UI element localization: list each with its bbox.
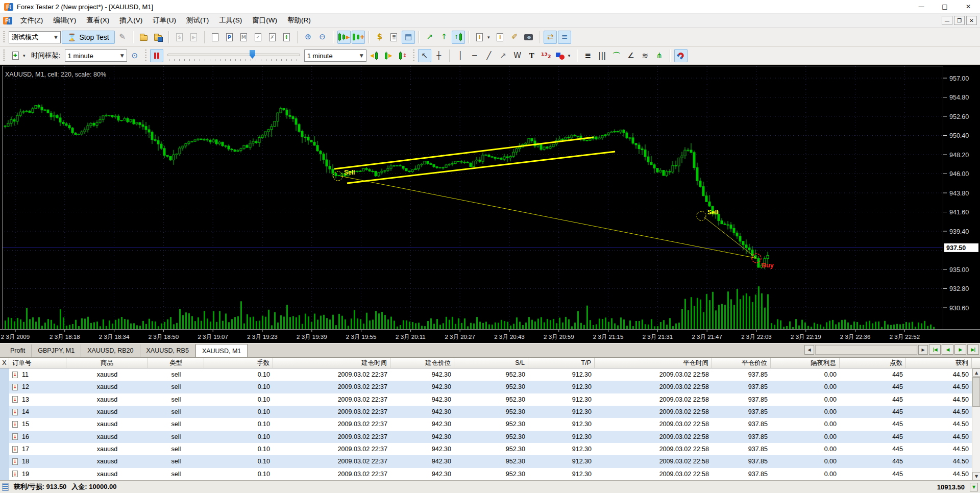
edit-test-icon[interactable]: ✎	[116, 31, 129, 44]
tab-gbpjpy-m1[interactable]: GBPJPY, M1	[32, 344, 81, 357]
menu-item-4[interactable]: 订单(U)	[148, 14, 181, 27]
add-history-icon[interactable]: ✚	[352, 31, 365, 44]
order-row-14[interactable]: ↓14xauusdsell0.102009.03.02 22:37942.309…	[0, 406, 980, 418]
order-row-16[interactable]: ↓16xauusdsell0.102009.03.02 22:37942.309…	[0, 431, 980, 443]
ray-tool-icon[interactable]: ↗	[497, 49, 510, 62]
menu-item-8[interactable]: 帮助(R)	[282, 14, 316, 27]
menu-item-1[interactable]: 编辑(Y)	[48, 14, 81, 27]
column-header-symbol[interactable]: 商品	[66, 358, 148, 368]
pitchfork-tool-icon[interactable]: ⋔	[653, 49, 666, 62]
pointer-tool-icon[interactable]: ↖	[418, 49, 431, 62]
column-header-points[interactable]: 点数	[840, 358, 906, 368]
timeframe-select[interactable]: 1 minute▼	[65, 50, 127, 62]
menu-item-2[interactable]: 查看(X)	[81, 14, 114, 27]
mdi-close-button[interactable]: ✕	[966, 16, 977, 25]
waves-tool-icon[interactable]: ≋	[639, 49, 652, 62]
scroll-down-button[interactable]: ▼	[972, 472, 980, 480]
toolbar-grip[interactable]	[3, 50, 5, 62]
deposit-money-icon[interactable]: $	[373, 31, 386, 44]
text-tool-icon[interactable]: T	[525, 49, 538, 62]
notes-list-icon[interactable]: i	[494, 31, 507, 44]
tab-profit[interactable]: Profit	[4, 344, 32, 357]
goto-first-button[interactable]: |◀	[929, 344, 941, 355]
chart-panel[interactable]: SellSellBuy957.00954.80952.60950.40948.2…	[0, 65, 980, 343]
slider-track[interactable]	[167, 54, 300, 56]
speed-select[interactable]: 1 minute▼	[304, 50, 366, 62]
market-orders-icon[interactable]: M	[237, 31, 251, 44]
column-header-swap[interactable]: 隔夜利息	[771, 358, 840, 368]
next-candle-icon[interactable]: ▶	[382, 49, 395, 62]
time-settings-icon[interactable]: ⊙	[128, 49, 141, 62]
goto-last-button[interactable]: ▶|	[967, 344, 979, 355]
column-header-type[interactable]: 类型	[148, 358, 204, 368]
tab-xauusd-m1[interactable]: XAUUSD, M1	[195, 344, 248, 357]
step-back-button[interactable]: ◀	[942, 344, 953, 355]
test-mode-select[interactable]: 测试模式▼	[9, 31, 61, 43]
column-header-open_price[interactable]: 建仓价位	[390, 358, 454, 368]
line-chart-icon[interactable]: ↗	[423, 31, 436, 44]
brush-icon[interactable]: ✐	[508, 31, 521, 44]
polyline-tool-icon[interactable]: W	[511, 49, 524, 62]
data-window-icon[interactable]: ▤	[402, 31, 415, 44]
new-document-icon[interactable]	[209, 31, 222, 44]
step-chart-icon[interactable]: ↑	[437, 31, 451, 44]
tab-scroll-right-button[interactable]: ▶	[918, 345, 928, 355]
candlestick-chart-icon[interactable]: ↑	[452, 31, 465, 44]
minimize-button[interactable]: —	[910, 0, 933, 13]
tab-scroll-left-button[interactable]: ◀	[804, 345, 814, 355]
mdi-restore-button[interactable]: ❐	[954, 16, 965, 25]
orders-scrollbar[interactable]: ▲ ▼	[972, 368, 980, 480]
pending-orders-icon[interactable]: P	[223, 31, 236, 44]
column-header-id[interactable]: 订单号	[9, 358, 66, 368]
column-header-close_time[interactable]: 平仓时间	[595, 358, 712, 368]
step-forward-button[interactable]: ▶	[954, 344, 966, 355]
menu-item-6[interactable]: 工具(S)	[214, 14, 247, 27]
tick-candle-icon[interactable]: ↕	[396, 49, 409, 62]
stop-test-button[interactable]: ⌛Stop Test	[62, 31, 115, 44]
magnet-tool-icon[interactable]	[674, 49, 688, 62]
tab-scrollbar-track[interactable]	[815, 345, 917, 355]
column-header-lots[interactable]: 手数	[204, 358, 273, 368]
scrollbar-thumb[interactable]	[972, 377, 980, 407]
menu-item-7[interactable]: 窗口(W)	[247, 14, 282, 27]
screenshot-icon[interactable]	[522, 31, 535, 44]
hline-tool-icon[interactable]: ─	[468, 49, 481, 62]
order-row-17[interactable]: ↓17xauusdsell0.102009.03.02 22:37942.309…	[0, 443, 980, 455]
vlines-grid-icon[interactable]: |||	[596, 49, 609, 62]
fan-tool-icon[interactable]: ∠	[624, 49, 638, 62]
shapes-tool-icon[interactable]	[554, 49, 567, 62]
price-chart[interactable]: SellSellBuy957.00954.80952.60950.40948.2…	[0, 65, 980, 343]
scroll-down-corner-button[interactable]: ▼	[970, 483, 978, 491]
order-row-12[interactable]: ↓12xauusdsell0.102009.03.02 22:37942.309…	[0, 381, 980, 393]
pause-button[interactable]	[150, 49, 163, 62]
zoom-in-icon[interactable]: ⊕	[302, 31, 315, 44]
open-project-icon[interactable]	[137, 31, 151, 44]
crosshair-tool-icon[interactable]: ┼	[432, 49, 446, 62]
column-header-sl[interactable]: S/L	[454, 358, 528, 368]
column-header-open_time[interactable]: 建仓时间	[273, 358, 390, 368]
prev-candle-icon[interactable]: ◀	[368, 49, 381, 62]
vline-tool-icon[interactable]: │	[454, 49, 467, 62]
menu-item-5[interactable]: 测试(T)	[181, 14, 214, 27]
save-project-icon[interactable]	[152, 31, 165, 44]
order-row-11[interactable]: ↓11xauusdsell0.102009.03.02 22:37942.309…	[0, 368, 980, 381]
mdi-minimize-button[interactable]: —	[942, 16, 952, 25]
hlines-grid-icon[interactable]: ≡	[581, 49, 595, 62]
order-row-15[interactable]: ↓15xauusdsell0.102009.03.02 22:37942.309…	[0, 418, 980, 430]
new-chart-caret[interactable]: ▾	[23, 53, 28, 58]
speed-slider[interactable]	[167, 50, 300, 62]
menu-item-3[interactable]: 插入(V)	[114, 14, 148, 27]
column-header-tp[interactable]: T/P	[528, 358, 595, 368]
tab-xauusd-rb20[interactable]: XAUUSD, RB20	[81, 344, 140, 357]
scroll-up-button[interactable]: ▲	[972, 368, 980, 377]
column-header-close_price[interactable]: 平仓价位	[712, 358, 771, 368]
order-row-18[interactable]: ↓18xauusdsell0.102009.03.02 22:37942.309…	[0, 455, 980, 467]
column-header-close[interactable]: X	[0, 358, 9, 368]
fibonacci-tool-icon[interactable]: ¹³₂	[540, 49, 553, 62]
order-row-13[interactable]: ↓13xauusdsell0.102009.03.02 22:37942.309…	[0, 393, 980, 406]
resume-test-icon[interactable]: ▶	[187, 31, 201, 44]
order-row-19[interactable]: ↓19xauusdsell0.102009.03.02 22:37942.309…	[0, 468, 980, 480]
new-chart-icon[interactable]: ✚	[9, 49, 22, 62]
column-header-profit[interactable]: 获利	[906, 358, 972, 368]
sync-scroll-icon[interactable]: ↕	[280, 31, 293, 44]
